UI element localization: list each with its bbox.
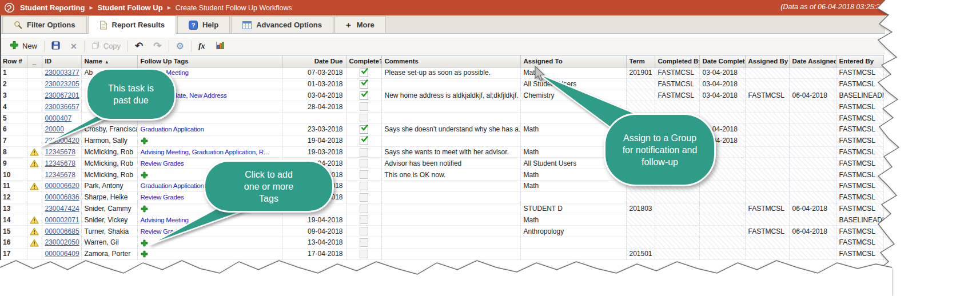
copy-button[interactable]: Copy	[86, 39, 126, 53]
student-id-link[interactable]: 230002050	[45, 238, 79, 246]
table-row: 17000006409Zamora, Porter17-04-201820150…	[0, 248, 883, 259]
tab-advanced-options[interactable]: Advanced Options	[231, 16, 333, 33]
cell-complete	[346, 135, 381, 146]
cell-entered_by: FASTMCSL	[836, 123, 883, 135]
breadcrumb-student-follow-up[interactable]: Student Follow Up	[98, 3, 163, 12]
student-id-link[interactable]: 230036657	[45, 103, 79, 111]
add-tag-icon[interactable]	[141, 137, 148, 145]
student-id-link[interactable]: 230023205	[45, 80, 79, 88]
complete-checkbox[interactable]	[360, 250, 368, 258]
cell-entered_by: FASTMCSL	[836, 237, 883, 248]
cell-assigned_by	[745, 191, 789, 203]
cell-tags: Review Grades	[137, 226, 282, 237]
complete-checkbox[interactable]	[360, 114, 368, 122]
student-id-link[interactable]: 000006685	[45, 227, 79, 235]
add-tag-icon[interactable]	[141, 250, 148, 258]
cell-id: 230002050	[42, 237, 81, 248]
student-id-link[interactable]: 000002071	[45, 216, 79, 224]
followup-tag-link[interactable]: Review Grades	[141, 227, 184, 235]
complete-checkbox[interactable]	[360, 215, 368, 224]
followup-tag-link[interactable]: Review Grades	[141, 159, 184, 167]
student-id-link[interactable]: 20000	[45, 125, 64, 133]
column-header-assigned_by[interactable]: Assigned By	[745, 55, 789, 67]
column-header-warn[interactable]: _	[27, 55, 42, 67]
tab-help[interactable]: ? Help	[177, 16, 230, 33]
breadcrumb-student-reporting[interactable]: Student Reporting	[20, 3, 85, 12]
complete-checkbox[interactable]	[360, 238, 368, 247]
complete-checkbox[interactable]	[360, 125, 368, 134]
cell-comments	[381, 226, 520, 237]
column-header-name[interactable]: Name▲	[81, 55, 137, 67]
column-header-date_completed[interactable]: Date Completed	[699, 55, 745, 67]
tab-filter-options[interactable]: Filter Options	[2, 16, 87, 33]
complete-checkbox[interactable]	[360, 170, 368, 179]
column-header-num[interactable]: Row #	[0, 55, 27, 67]
cell-num: 11	[0, 180, 27, 191]
student-id-link[interactable]: 12345678	[45, 171, 75, 179]
student-id-link[interactable]: 000006620	[45, 182, 79, 190]
tab-report-results[interactable]: Report Results	[88, 15, 176, 34]
column-header-date_due[interactable]: Date Due	[282, 55, 346, 67]
cell-entered_by: FASTMCSL	[836, 135, 883, 146]
cell-date_due: 03-04-2018	[282, 90, 346, 101]
cell-date_assigned	[789, 169, 836, 181]
followup-tag-link[interactable]: Graduation Application	[141, 182, 204, 189]
chart-button[interactable]	[210, 39, 230, 53]
followup-tag-link[interactable]: Advising Meeting, Graduation Application…	[141, 148, 269, 155]
cell-name: McMicking, Rob	[81, 158, 137, 169]
settings-button[interactable]: ⚙	[171, 39, 189, 53]
student-id-link[interactable]: 0000407	[45, 114, 72, 122]
cell-assigned_to	[520, 248, 626, 259]
complete-checkbox[interactable]	[360, 148, 368, 157]
student-id-link[interactable]: 230047424	[45, 205, 79, 213]
column-header-complete[interactable]: Complete?	[346, 55, 381, 67]
complete-checkbox[interactable]	[360, 137, 368, 145]
followup-tag-link[interactable]: Graduation Application	[141, 125, 204, 133]
column-header-date_assigned[interactable]: Date Assigned	[789, 55, 836, 67]
column-header-completed_by[interactable]: Completed By	[655, 55, 699, 67]
complete-checkbox[interactable]	[360, 91, 368, 100]
cell-assigned_by	[745, 237, 789, 248]
add-tag-icon[interactable]	[141, 170, 148, 178]
complete-checkbox[interactable]	[360, 69, 368, 77]
student-id-link[interactable]: 230003377	[45, 69, 79, 77]
student-id-link[interactable]: 000006409	[45, 250, 79, 258]
student-id-link[interactable]: 12345678	[45, 159, 75, 167]
cell-warn	[27, 146, 42, 158]
tab-more[interactable]: + More	[334, 16, 386, 33]
column-header-assigned_to[interactable]: Assigned To	[520, 55, 626, 67]
complete-checkbox[interactable]	[360, 159, 368, 167]
formula-button[interactable]: fx	[193, 39, 210, 53]
new-button[interactable]: New	[5, 39, 42, 53]
cell-assigned_to	[520, 237, 626, 248]
add-tag-icon[interactable]	[141, 205, 148, 213]
cell-warn	[27, 203, 42, 214]
undo-button[interactable]: ↶	[130, 39, 148, 53]
complete-checkbox[interactable]	[360, 227, 368, 235]
complete-checkbox[interactable]	[360, 102, 368, 111]
column-header-entered_by[interactable]: Entered By	[836, 55, 883, 67]
redo-button[interactable]: ↷	[148, 39, 166, 53]
column-header-comments[interactable]: Comments	[381, 55, 520, 67]
student-id-link[interactable]: 230000420	[45, 137, 79, 145]
add-tag-icon[interactable]	[141, 238, 148, 246]
cell-warn	[27, 67, 42, 79]
cell-warn	[27, 191, 42, 203]
student-id-link[interactable]: 000006836	[45, 193, 79, 201]
complete-checkbox[interactable]	[360, 80, 368, 89]
column-header-term[interactable]: Term	[626, 55, 655, 67]
complete-checkbox[interactable]	[360, 182, 368, 190]
save-button[interactable]	[46, 39, 65, 53]
cell-assigned_by	[745, 146, 789, 158]
complete-checkbox[interactable]	[360, 205, 368, 213]
student-id-link[interactable]: 12345678	[45, 148, 75, 156]
column-header-id[interactable]: ID	[42, 55, 81, 67]
cell-completed_by	[655, 191, 699, 203]
complete-checkbox[interactable]	[360, 193, 368, 202]
delete-button[interactable]: ✕	[65, 39, 82, 53]
student-id-link[interactable]: 230067201	[45, 91, 79, 99]
followup-tag-link[interactable]: Advising Meeting	[141, 216, 189, 223]
cell-name: Sharpe, Heike	[81, 191, 137, 203]
followup-tag-link[interactable]: Review Grades	[141, 193, 184, 201]
column-header-tags[interactable]: Follow Up Tags	[137, 55, 282, 67]
